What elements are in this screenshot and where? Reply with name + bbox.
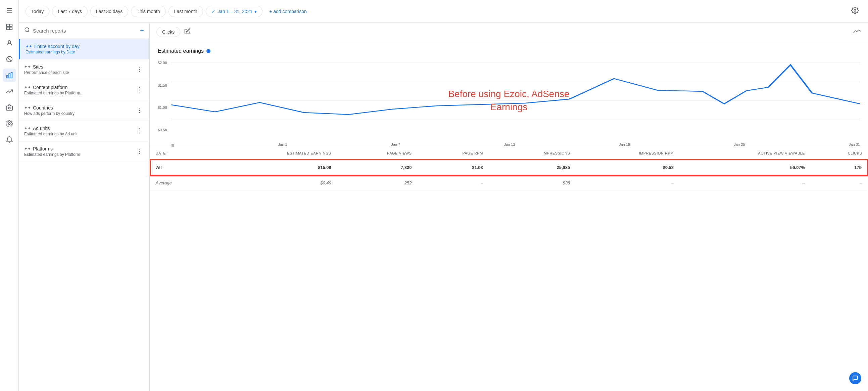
main-container: Today Last 7 days Last 30 days This mont… bbox=[19, 0, 868, 391]
svg-point-4 bbox=[8, 40, 10, 43]
settings-button[interactable] bbox=[848, 4, 861, 19]
svg-rect-9 bbox=[11, 73, 12, 78]
cell-avg-clicks: – bbox=[810, 175, 867, 191]
more-options-icon[interactable]: ⋮ bbox=[135, 64, 144, 74]
table-row-all: All $15.08 7,830 $1.93 25,985 $0.58 56.0… bbox=[150, 160, 868, 175]
x-label-jan25: Jan 25 bbox=[734, 142, 745, 148]
svg-line-6 bbox=[7, 57, 11, 61]
top-bar: Today Last 7 days Last 30 days This mont… bbox=[19, 0, 868, 23]
dashboard-icon[interactable] bbox=[3, 20, 16, 34]
earnings-chart bbox=[171, 59, 860, 140]
menu-icon[interactable]: ☰ bbox=[3, 4, 16, 18]
report-icon: ✦✦ bbox=[24, 106, 31, 110]
cell-avg-earnings: $0.49 bbox=[212, 175, 337, 191]
data-table: DATE ↑ Estimated earnings Page views Pag… bbox=[150, 147, 868, 191]
chevron-down-icon: ▾ bbox=[254, 9, 257, 14]
report-item-title: ✦✦ Content platform bbox=[24, 85, 135, 90]
chart-toggle-button[interactable] bbox=[853, 28, 861, 36]
table-area: DATE ↑ Estimated earnings Page views Pag… bbox=[150, 147, 868, 391]
x-label-jan19: Jan 19 bbox=[619, 142, 630, 148]
report-item-title: ✦✦ Countries bbox=[24, 105, 135, 111]
block-icon[interactable] bbox=[3, 52, 16, 66]
last-7-days-button[interactable]: Last 7 days bbox=[52, 6, 88, 17]
report-item-entire-account[interactable]: ✦✦ Entire account by day Estimated earni… bbox=[19, 39, 149, 59]
right-panel: Clicks Estimated earnings $2.00 bbox=[150, 23, 868, 391]
y-label-200: $2.00 bbox=[158, 61, 167, 65]
settings-nav-icon[interactable] bbox=[3, 117, 16, 130]
x-label-jan31: Jan 31 bbox=[849, 142, 860, 148]
report-item-title: ✦✦ Platforms bbox=[24, 146, 135, 151]
report-icon: ✦✦ bbox=[24, 146, 31, 151]
report-item-subtitle: Estimated earnings by Ad unit bbox=[24, 132, 135, 136]
report-item-content: ✦✦ Platforms Estimated earnings by Platf… bbox=[24, 146, 135, 157]
search-bar: + bbox=[19, 23, 149, 39]
svg-rect-0 bbox=[6, 24, 9, 27]
chat-bubble[interactable] bbox=[849, 372, 861, 384]
date-range-label: Jan 1 – 31, 2021 bbox=[217, 9, 252, 14]
more-options-icon[interactable]: ⋮ bbox=[135, 85, 144, 95]
svg-rect-2 bbox=[6, 27, 9, 30]
person-icon[interactable] bbox=[3, 36, 16, 50]
add-comparison-button[interactable]: + add comparison bbox=[265, 6, 311, 17]
bar-chart-icon[interactable] bbox=[3, 68, 16, 82]
report-item-ad-units[interactable]: ✦✦ Ad units Estimated earnings by Ad uni… bbox=[19, 121, 149, 141]
more-options-icon[interactable]: ⋮ bbox=[135, 105, 144, 115]
report-icon: ✦✦ bbox=[24, 126, 31, 131]
report-item-countries[interactable]: ✦✦ Countries How ads perform by country … bbox=[19, 101, 149, 121]
check-icon: ✓ bbox=[212, 9, 216, 14]
report-item-platforms[interactable]: ✦✦ Platforms Estimated earnings by Platf… bbox=[19, 141, 149, 162]
more-options-icon[interactable]: ⋮ bbox=[135, 125, 144, 136]
y-label-100: $1.00 bbox=[158, 106, 167, 110]
report-item-title: ✦✦ Sites bbox=[24, 64, 135, 69]
cell-avg-impressionrpm: – bbox=[575, 175, 679, 191]
camera-icon[interactable] bbox=[3, 101, 16, 114]
report-item-sites[interactable]: ✦✦ Sites Performance of each site ⋮ bbox=[19, 59, 149, 80]
add-report-button[interactable]: + bbox=[140, 27, 144, 35]
svg-point-14 bbox=[25, 28, 29, 32]
report-item-content: ✦✦ Sites Performance of each site bbox=[24, 64, 135, 75]
svg-point-13 bbox=[854, 9, 856, 11]
svg-point-12 bbox=[8, 122, 10, 124]
table-row-average: Average $0.49 252 – 838 – – – bbox=[150, 175, 868, 191]
cell-avg-activeview: – bbox=[679, 175, 810, 191]
last-30-days-button[interactable]: Last 30 days bbox=[90, 6, 128, 17]
chart-legend: Estimated earnings bbox=[158, 48, 860, 54]
more-options-icon[interactable]: ⋮ bbox=[135, 146, 144, 156]
date-range-button[interactable]: ✓ Jan 1 – 31, 2021 ▾ bbox=[206, 6, 262, 17]
report-item-title: ✦✦ Ad units bbox=[24, 125, 135, 131]
y-label-150: $1.50 bbox=[158, 83, 167, 87]
left-panel: + ✦✦ Entire account by day Estimated ear… bbox=[19, 23, 150, 391]
report-item-content-platform[interactable]: ✦✦ Content platform Estimated earnings b… bbox=[19, 80, 149, 101]
cell-avg-pagerpm: – bbox=[417, 175, 488, 191]
cell-all-pagerpm: $1.93 bbox=[417, 160, 488, 175]
report-icon: ✦✦ bbox=[24, 85, 31, 90]
svg-rect-3 bbox=[9, 27, 12, 30]
icon-sidebar: ☰ bbox=[0, 0, 19, 391]
search-icon bbox=[24, 27, 30, 35]
trending-icon[interactable] bbox=[3, 85, 16, 98]
chart-title: Estimated earnings bbox=[158, 48, 204, 54]
content-area: + ✦✦ Entire account by day Estimated ear… bbox=[19, 23, 868, 391]
report-item-subtitle: Estimated earnings by Date bbox=[26, 50, 144, 54]
x-label-jan7: Jan 7 bbox=[391, 142, 400, 148]
today-button[interactable]: Today bbox=[26, 6, 49, 17]
x-label-jan13: Jan 13 bbox=[504, 142, 515, 148]
report-item-title: ✦✦ Entire account by day bbox=[26, 44, 144, 49]
svg-rect-7 bbox=[6, 75, 8, 78]
alert-icon[interactable] bbox=[3, 133, 16, 146]
cell-all-impressions: 25,985 bbox=[488, 160, 575, 175]
report-item-content: ✦✦ Countries How ads perform by country bbox=[24, 105, 135, 116]
last-month-button[interactable]: Last month bbox=[168, 6, 203, 17]
cell-all-pageviews: 7,830 bbox=[337, 160, 417, 175]
this-month-button[interactable]: This month bbox=[131, 6, 165, 17]
svg-line-15 bbox=[28, 31, 29, 32]
report-icon: ✦✦ bbox=[26, 44, 32, 49]
chart-area: Estimated earnings $2.00 $1.50 $1.00 $0.… bbox=[150, 41, 868, 147]
cell-avg-impressions: 838 bbox=[488, 175, 575, 191]
cell-avg-pageviews: 252 bbox=[337, 175, 417, 191]
svg-point-11 bbox=[8, 107, 10, 109]
edit-button[interactable] bbox=[184, 28, 190, 36]
clicks-button[interactable]: Clicks bbox=[156, 27, 180, 37]
svg-rect-10 bbox=[6, 106, 12, 110]
search-input[interactable] bbox=[33, 28, 137, 34]
